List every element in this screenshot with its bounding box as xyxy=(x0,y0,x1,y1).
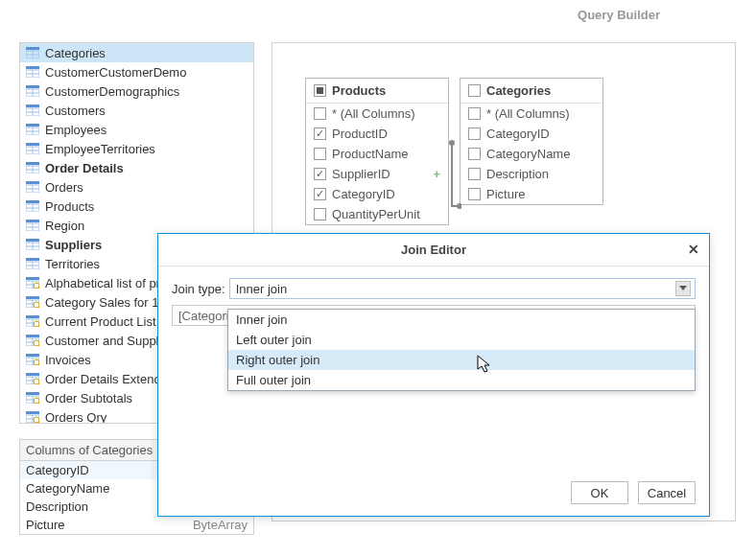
dropdown-option[interactable]: Left outer join xyxy=(228,330,695,350)
tree-item-label: Region xyxy=(45,219,84,233)
field-checkbox[interactable] xyxy=(314,188,326,200)
join-type-combobox[interactable]: Inner join xyxy=(229,278,696,299)
entity-categories-checkbox[interactable] xyxy=(468,84,481,97)
field-checkbox[interactable] xyxy=(468,148,481,160)
field-label: SupplierID xyxy=(332,167,390,181)
entity-field[interactable]: Picture xyxy=(461,184,602,204)
table-icon xyxy=(26,239,39,250)
tree-item[interactable]: EmployeeTerritories xyxy=(20,139,253,158)
field-label: Description xyxy=(486,167,549,181)
cancel-button[interactable]: Cancel xyxy=(638,481,696,504)
field-label: ProductID xyxy=(332,127,388,141)
join-editor-title: Join Editor xyxy=(401,243,466,257)
table-icon xyxy=(26,200,39,212)
tree-item[interactable]: CustomerCustomerDemo xyxy=(20,62,253,81)
svg-line-71 xyxy=(38,345,39,346)
entity-products-header[interactable]: Products xyxy=(306,79,448,104)
svg-rect-8 xyxy=(26,85,39,88)
field-checkbox[interactable] xyxy=(314,107,326,120)
svg-rect-78 xyxy=(26,373,39,376)
svg-line-65 xyxy=(38,326,39,327)
join-type-dropdown[interactable]: Inner joinLeft outer joinRight outer joi… xyxy=(227,309,696,391)
tree-item[interactable]: Customers xyxy=(20,101,253,120)
svg-line-53 xyxy=(38,288,39,289)
field-checkbox[interactable] xyxy=(314,208,326,220)
chevron-down-icon[interactable] xyxy=(675,281,691,296)
plus-icon[interactable]: + xyxy=(433,167,440,181)
view-icon xyxy=(26,277,39,289)
entity-categories[interactable]: Categories * (All Columns)CategoryIDCate… xyxy=(460,78,603,205)
field-checkbox[interactable] xyxy=(468,107,481,120)
entity-field[interactable]: * (All Columns) xyxy=(306,104,448,124)
entity-field[interactable]: CategoryID xyxy=(461,124,602,144)
tree-item[interactable]: Orders xyxy=(20,177,253,197)
field-checkbox[interactable] xyxy=(314,148,326,160)
tree-item[interactable]: CustomerDemographics xyxy=(20,81,253,101)
field-label: ProductName xyxy=(332,147,408,161)
ok-button[interactable]: OK xyxy=(571,481,628,504)
field-checkbox[interactable] xyxy=(468,168,481,180)
svg-line-95 xyxy=(38,422,39,423)
svg-rect-16 xyxy=(26,124,39,127)
column-name: CategoryName xyxy=(26,481,109,496)
entity-field[interactable]: Description xyxy=(461,164,602,184)
entity-products-title: Products xyxy=(332,83,386,98)
svg-point-96 xyxy=(449,140,455,146)
entity-field[interactable]: ProductID xyxy=(306,124,448,144)
page-title: Query Builder xyxy=(578,8,660,22)
svg-rect-66 xyxy=(26,335,39,337)
field-checkbox[interactable] xyxy=(468,188,481,200)
entity-field[interactable]: * (All Columns) xyxy=(461,104,602,124)
entity-products[interactable]: Products * (All Columns)ProductIDProduct… xyxy=(305,78,449,225)
entity-field[interactable]: QuantityPerUnit xyxy=(306,204,448,224)
entity-field[interactable]: CategoryName xyxy=(461,144,602,164)
tree-item-label: Suppliers xyxy=(45,238,102,252)
view-icon xyxy=(26,354,39,365)
tree-item[interactable]: Order Details xyxy=(20,158,253,177)
tree-item[interactable]: Categories xyxy=(20,43,253,62)
dropdown-option[interactable]: Full outer join xyxy=(228,370,695,390)
tree-item-label: Products xyxy=(45,199,94,214)
field-checkbox[interactable] xyxy=(468,127,481,140)
entity-field[interactable]: CategoryID xyxy=(306,184,448,204)
table-icon xyxy=(26,220,39,231)
entity-field[interactable]: SupplierID+ xyxy=(306,164,448,184)
join-type-selected: Inner join xyxy=(236,282,287,296)
field-label: * (All Columns) xyxy=(332,106,415,121)
column-row[interactable]: PictureByteArray xyxy=(20,516,253,534)
svg-rect-40 xyxy=(26,239,39,242)
tree-item[interactable]: Region xyxy=(20,216,253,235)
field-checkbox[interactable] xyxy=(314,168,326,180)
tree-item-label: Employees xyxy=(45,123,106,137)
field-checkbox[interactable] xyxy=(314,127,326,140)
svg-rect-12 xyxy=(26,104,39,107)
table-icon xyxy=(26,66,39,78)
table-icon xyxy=(26,258,39,269)
table-icon xyxy=(26,162,39,174)
close-icon[interactable]: ✕ xyxy=(688,242,699,257)
field-label: * (All Columns) xyxy=(486,106,570,121)
tree-item[interactable]: Employees xyxy=(20,120,253,139)
table-icon xyxy=(26,85,39,97)
entity-categories-header[interactable]: Categories xyxy=(461,79,602,104)
entity-products-checkbox[interactable] xyxy=(314,84,326,97)
tree-item[interactable]: Products xyxy=(20,197,253,216)
svg-rect-24 xyxy=(26,162,39,165)
view-icon xyxy=(26,392,39,404)
svg-rect-90 xyxy=(26,411,39,414)
table-icon xyxy=(26,124,39,135)
svg-rect-84 xyxy=(26,392,39,395)
entity-field[interactable]: ProductName xyxy=(306,144,448,164)
svg-rect-0 xyxy=(26,47,39,50)
dropdown-option[interactable]: Inner join xyxy=(228,310,695,330)
svg-rect-44 xyxy=(26,258,39,261)
column-name: CategoryID xyxy=(26,463,89,477)
entity-categories-title: Categories xyxy=(486,83,551,98)
dropdown-option[interactable]: Right outer join xyxy=(228,350,695,370)
tree-item-label: CustomerCustomerDemo xyxy=(45,65,186,80)
svg-line-59 xyxy=(38,307,39,308)
tree-item-label: Categories xyxy=(45,46,106,60)
view-icon xyxy=(26,315,39,327)
tree-item-label: Orders Qry xyxy=(45,410,106,425)
view-icon xyxy=(26,373,39,384)
